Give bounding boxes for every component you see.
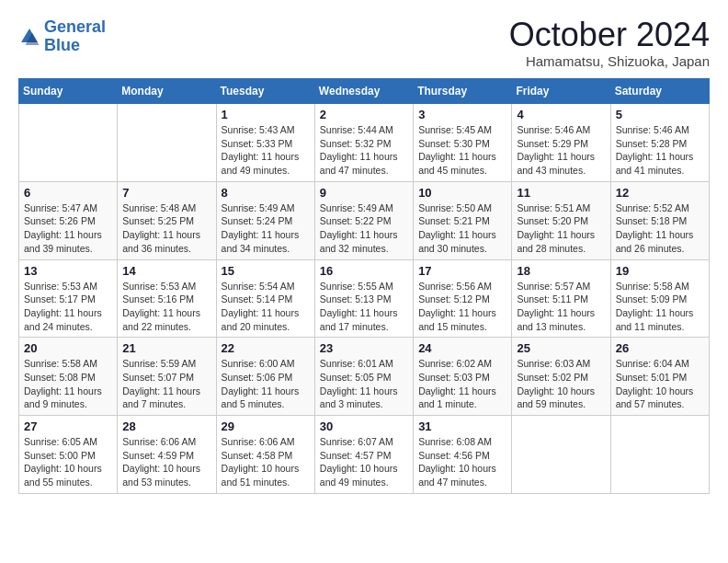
calendar-week-5: 27Sunrise: 6:05 AM Sunset: 5:00 PM Dayli…	[19, 416, 710, 494]
day-number: 16	[320, 264, 408, 278]
calendar-cell: 13Sunrise: 5:53 AM Sunset: 5:17 PM Dayli…	[19, 259, 118, 338]
calendar-cell: 6Sunrise: 5:47 AM Sunset: 5:26 PM Daylig…	[19, 181, 118, 259]
day-number: 11	[517, 186, 605, 200]
column-header-tuesday: Tuesday	[216, 79, 314, 104]
day-number: 4	[517, 108, 605, 121]
day-info: Sunrise: 5:54 AM Sunset: 5:14 PM Dayligh…	[222, 280, 310, 334]
calendar-cell: 15Sunrise: 5:54 AM Sunset: 5:14 PM Dayli…	[216, 259, 314, 338]
column-header-thursday: Thursday	[414, 79, 512, 104]
calendar-cell	[118, 104, 216, 182]
day-info: Sunrise: 5:52 AM Sunset: 5:18 PM Dayligh…	[616, 201, 704, 256]
day-number: 19	[616, 264, 704, 278]
calendar-cell	[610, 416, 709, 494]
calendar-cell: 25Sunrise: 6:03 AM Sunset: 5:02 PM Dayli…	[512, 338, 610, 416]
day-info: Sunrise: 5:44 AM Sunset: 5:32 PM Dayligh…	[320, 123, 408, 178]
day-info: Sunrise: 5:58 AM Sunset: 5:09 PM Dayligh…	[616, 280, 704, 334]
day-number: 25	[517, 341, 605, 355]
day-number: 10	[418, 186, 506, 200]
day-number: 26	[616, 341, 704, 355]
month-title: October 2024	[509, 18, 710, 52]
calendar-cell: 26Sunrise: 6:04 AM Sunset: 5:01 PM Dayli…	[610, 338, 709, 416]
day-number: 14	[122, 264, 210, 278]
calendar-cell: 22Sunrise: 6:00 AM Sunset: 5:06 PM Dayli…	[216, 338, 314, 416]
day-info: Sunrise: 6:01 AM Sunset: 5:05 PM Dayligh…	[320, 357, 408, 411]
day-number: 20	[24, 341, 112, 355]
header-row: SundayMondayTuesdayWednesdayThursdayFrid…	[19, 79, 710, 104]
day-number: 22	[222, 341, 310, 355]
day-info: Sunrise: 6:02 AM Sunset: 5:03 PM Dayligh…	[418, 357, 506, 411]
column-header-saturday: Saturday	[610, 79, 709, 104]
day-info: Sunrise: 6:06 AM Sunset: 4:59 PM Dayligh…	[122, 435, 210, 489]
calendar-cell: 16Sunrise: 5:55 AM Sunset: 5:13 PM Dayli…	[314, 259, 413, 338]
calendar-cell: 30Sunrise: 6:07 AM Sunset: 4:57 PM Dayli…	[314, 416, 413, 494]
calendar-cell: 2Sunrise: 5:44 AM Sunset: 5:32 PM Daylig…	[314, 104, 413, 182]
day-number: 7	[122, 186, 210, 200]
calendar-week-3: 13Sunrise: 5:53 AM Sunset: 5:17 PM Dayli…	[19, 259, 710, 338]
calendar-week-2: 6Sunrise: 5:47 AM Sunset: 5:26 PM Daylig…	[19, 181, 710, 259]
calendar-cell: 14Sunrise: 5:53 AM Sunset: 5:16 PM Dayli…	[118, 259, 216, 338]
logo: General Blue	[18, 18, 106, 55]
day-number: 29	[222, 419, 310, 433]
day-info: Sunrise: 6:04 AM Sunset: 5:01 PM Dayligh…	[616, 357, 704, 411]
day-info: Sunrise: 5:46 AM Sunset: 5:29 PM Dayligh…	[517, 123, 605, 178]
calendar-cell: 7Sunrise: 5:48 AM Sunset: 5:25 PM Daylig…	[118, 181, 216, 259]
calendar-cell: 10Sunrise: 5:50 AM Sunset: 5:21 PM Dayli…	[414, 181, 512, 259]
logo-text-line2: Blue	[44, 37, 106, 55]
day-info: Sunrise: 5:51 AM Sunset: 5:20 PM Dayligh…	[517, 201, 605, 256]
calendar-cell: 4Sunrise: 5:46 AM Sunset: 5:29 PM Daylig…	[512, 104, 610, 182]
day-number: 3	[418, 108, 506, 121]
day-info: Sunrise: 5:48 AM Sunset: 5:25 PM Dayligh…	[122, 201, 210, 256]
day-info: Sunrise: 5:49 AM Sunset: 5:22 PM Dayligh…	[320, 201, 408, 256]
calendar-cell: 31Sunrise: 6:08 AM Sunset: 4:56 PM Dayli…	[414, 416, 512, 494]
day-number: 5	[616, 108, 704, 121]
calendar-cell: 12Sunrise: 5:52 AM Sunset: 5:18 PM Dayli…	[610, 181, 709, 259]
calendar-cell: 23Sunrise: 6:01 AM Sunset: 5:05 PM Dayli…	[314, 338, 413, 416]
column-header-monday: Monday	[118, 79, 216, 104]
day-info: Sunrise: 5:55 AM Sunset: 5:13 PM Dayligh…	[320, 280, 408, 334]
logo-text-line1: General	[44, 18, 106, 37]
day-info: Sunrise: 5:53 AM Sunset: 5:17 PM Dayligh…	[24, 280, 112, 334]
calendar-cell: 21Sunrise: 5:59 AM Sunset: 5:07 PM Dayli…	[118, 338, 216, 416]
calendar-table: SundayMondayTuesdayWednesdayThursdayFrid…	[18, 78, 710, 494]
day-info: Sunrise: 5:56 AM Sunset: 5:12 PM Dayligh…	[418, 280, 506, 334]
day-number: 17	[418, 264, 506, 278]
day-info: Sunrise: 6:07 AM Sunset: 4:57 PM Dayligh…	[320, 435, 408, 489]
day-info: Sunrise: 5:50 AM Sunset: 5:21 PM Dayligh…	[418, 201, 506, 256]
day-number: 18	[517, 264, 605, 278]
day-number: 21	[122, 341, 210, 355]
day-number: 23	[320, 341, 408, 355]
calendar-cell: 9Sunrise: 5:49 AM Sunset: 5:22 PM Daylig…	[314, 181, 413, 259]
day-number: 28	[122, 419, 210, 433]
calendar-cell: 5Sunrise: 5:46 AM Sunset: 5:28 PM Daylig…	[610, 104, 709, 182]
day-number: 12	[616, 186, 704, 200]
day-number: 8	[222, 186, 310, 200]
calendar-cell	[512, 416, 610, 494]
day-info: Sunrise: 5:47 AM Sunset: 5:26 PM Dayligh…	[24, 201, 112, 256]
day-info: Sunrise: 6:00 AM Sunset: 5:06 PM Dayligh…	[222, 357, 310, 411]
calendar-cell	[19, 104, 118, 182]
calendar-week-4: 20Sunrise: 5:58 AM Sunset: 5:08 PM Dayli…	[19, 338, 710, 416]
day-number: 31	[418, 419, 506, 433]
day-number: 9	[320, 186, 408, 200]
day-info: Sunrise: 5:43 AM Sunset: 5:33 PM Dayligh…	[222, 123, 310, 178]
calendar-cell: 18Sunrise: 5:57 AM Sunset: 5:11 PM Dayli…	[512, 259, 610, 338]
logo-icon	[18, 26, 40, 48]
calendar-week-1: 1Sunrise: 5:43 AM Sunset: 5:33 PM Daylig…	[19, 104, 710, 182]
title-block: October 2024 Hamamatsu, Shizuoka, Japan	[509, 18, 710, 69]
calendar-cell: 11Sunrise: 5:51 AM Sunset: 5:20 PM Dayli…	[512, 181, 610, 259]
day-number: 15	[222, 264, 310, 278]
calendar-cell: 28Sunrise: 6:06 AM Sunset: 4:59 PM Dayli…	[118, 416, 216, 494]
day-info: Sunrise: 5:49 AM Sunset: 5:24 PM Dayligh…	[222, 201, 310, 256]
day-info: Sunrise: 5:53 AM Sunset: 5:16 PM Dayligh…	[122, 280, 210, 334]
day-info: Sunrise: 6:05 AM Sunset: 5:00 PM Dayligh…	[24, 435, 112, 489]
day-info: Sunrise: 5:46 AM Sunset: 5:28 PM Dayligh…	[616, 123, 704, 178]
calendar-cell: 8Sunrise: 5:49 AM Sunset: 5:24 PM Daylig…	[216, 181, 314, 259]
column-header-friday: Friday	[512, 79, 610, 104]
day-info: Sunrise: 6:08 AM Sunset: 4:56 PM Dayligh…	[418, 435, 506, 489]
calendar-cell: 29Sunrise: 6:06 AM Sunset: 4:58 PM Dayli…	[216, 416, 314, 494]
calendar-cell: 24Sunrise: 6:02 AM Sunset: 5:03 PM Dayli…	[414, 338, 512, 416]
day-info: Sunrise: 5:57 AM Sunset: 5:11 PM Dayligh…	[517, 280, 605, 334]
column-header-wednesday: Wednesday	[314, 79, 413, 104]
day-number: 2	[320, 108, 408, 121]
day-number: 24	[418, 341, 506, 355]
